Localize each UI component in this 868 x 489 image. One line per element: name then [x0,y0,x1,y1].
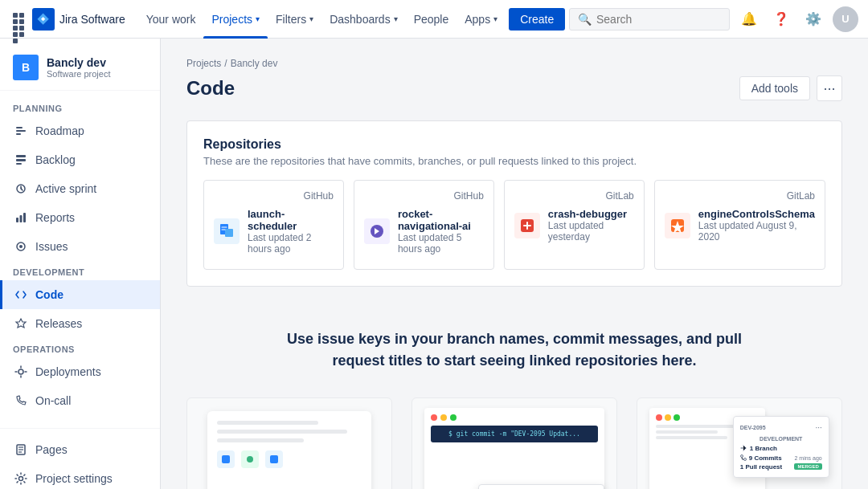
create-button[interactable]: Create [509,8,565,31]
operations-section-label: OPERATIONS [0,338,160,357]
notifications-icon[interactable]: 🔔 [736,6,762,32]
nav-people[interactable]: People [406,0,457,39]
pages-label: Pages [35,443,68,456]
repo-item[interactable]: GitLab engineControlsSchema Last updated… [654,180,825,270]
sidebar-item-oncall[interactable]: On-call [0,386,160,415]
oncall-icon [13,393,29,409]
sidebar-item-project-settings[interactable]: Project settings [0,464,160,489]
svg-rect-9 [23,213,26,222]
issues-label: Issues [35,240,68,253]
svg-rect-23 [222,455,230,463]
sidebar: B Bancly dev Software project PLANNING R… [0,39,161,489]
svg-rect-5 [16,163,22,165]
main-content: Projects / Bancly dev Code Add tools ···… [161,39,868,489]
nav-dashboards[interactable]: Dashboards ▾ [321,0,406,39]
reports-icon [13,210,29,226]
sidebar-item-roadmap[interactable]: Roadmap [0,116,160,145]
svg-rect-7 [16,218,18,222]
svg-rect-1 [16,130,26,132]
backlog-icon [13,152,29,168]
repo-item[interactable]: GitHub launch-scheduler Last updated 2 h… [203,180,344,270]
svg-rect-3 [16,155,26,157]
svg-point-12 [18,369,23,374]
promo-cards: DEV-2095 Use issue keys to link developm… [186,397,842,489]
breadcrumb-projects[interactable]: Projects [186,58,221,69]
repo-header: rocket-navigational-ai Last updated 5 ho… [364,208,484,255]
repositories-card: Repositories These are the repositories … [186,120,842,287]
nav-filters[interactable]: Filters ▾ [268,0,321,39]
search-input[interactable] [596,13,721,26]
code-icon [13,287,29,303]
roadmap-label: Roadmap [35,124,84,137]
active-sprint-label: Active sprint [35,182,96,195]
promo-card-include-key: $ git commit -m "DEV-2095 Updat... DEVEL… [411,397,617,489]
sidebar-item-releases[interactable]: Releases [0,309,160,338]
project-type: Software project [47,69,147,79]
svg-rect-4 [16,159,26,161]
nav-projects[interactable]: Projects ▾ [203,0,268,39]
repo-icon [364,218,390,244]
svg-point-24 [247,456,253,463]
project-name: Bancly dev [47,56,147,69]
issues-icon [13,238,29,255]
svg-point-28 [743,458,746,461]
sidebar-item-reports[interactable]: Reports [0,203,160,232]
logo-text: Jira Software [59,13,125,26]
pages-icon [13,442,29,458]
nav-your-work[interactable]: Your work [138,0,204,39]
search-icon: 🔍 [578,13,592,26]
sidebar-item-pages[interactable]: Pages [0,435,160,464]
releases-icon [13,316,29,332]
avatar[interactable]: U [833,6,858,32]
settings-icon[interactable]: ⚙️ [800,6,826,32]
repo-updated: Last updated 5 hours ago [398,232,484,255]
repo-item[interactable]: GitLab crash-debugger Last updated yeste… [504,180,645,270]
app-switcher-icon[interactable] [10,10,29,29]
nav-apps[interactable]: Apps ▾ [457,0,506,39]
promo-title: Use issue keys in your branch names, com… [273,328,755,372]
more-options-button[interactable]: ··· [817,75,842,101]
jira-logo[interactable]: Jira Software [32,8,125,31]
search-box[interactable]: 🔍 [569,8,730,31]
repo-provider: GitLab [514,190,634,202]
active-sprint-icon [13,181,29,197]
project-avatar: B [13,55,39,80]
sidebar-item-active-sprint[interactable]: Active sprint [0,174,160,203]
svg-point-27 [740,455,743,458]
planning-section-label: PLANNING [0,97,160,116]
development-section-label: DEVELOPMENT [0,261,160,280]
sidebar-item-backlog[interactable]: Backlog [0,145,160,174]
repo-name: launch-scheduler [248,208,334,232]
add-tools-button[interactable]: Add tools [739,76,810,100]
breadcrumb: Projects / Bancly dev [186,58,842,69]
more-options-icon: ··· [823,80,835,97]
svg-rect-19 [225,229,233,237]
sidebar-item-code[interactable]: Code [0,280,160,309]
deployments-label: Deployments [35,365,101,378]
help-icon[interactable]: ❓ [768,6,794,32]
top-navigation: Jira Software Your work Projects ▾ Filte… [0,0,868,39]
sidebar-item-deployments[interactable]: Deployments [0,357,160,386]
promo-section: Use issue keys in your branch names, com… [186,312,842,489]
svg-point-11 [19,245,23,248]
svg-rect-8 [20,215,23,222]
repo-icon [214,218,240,244]
repo-updated: Last updated August 9, 2020 [698,220,815,242]
repo-icon [514,213,540,238]
nav-right-area: 🔍 🔔 ❓ ⚙️ U [569,6,858,32]
repo-name: crash-debugger [548,208,634,220]
svg-rect-2 [16,133,21,135]
promo-card-link-tools: DEV-2095 Use issue keys to link developm… [186,397,392,489]
reports-label: Reports [35,211,75,224]
nav-menu: Your work Projects ▾ Filters ▾ Dashboard… [138,0,566,39]
sidebar-item-issues[interactable]: Issues [0,232,160,261]
deployments-icon [13,364,29,380]
promo-illustration-include: $ git commit -m "DEV-2095 Updat... DEVEL… [411,397,617,489]
breadcrumb-bancly-dev[interactable]: Bancly dev [231,58,278,69]
repo-header: engineControlsSchema Last updated August… [665,208,815,242]
oncall-label: On-call [35,394,71,407]
repo-header: launch-scheduler Last updated 2 hours ag… [214,208,334,255]
repo-item[interactable]: GitHub rocket-navigational-ai Last updat… [354,180,494,270]
apps-arrow-icon: ▾ [493,14,497,23]
project-header[interactable]: B Bancly dev Software project [0,48,160,91]
